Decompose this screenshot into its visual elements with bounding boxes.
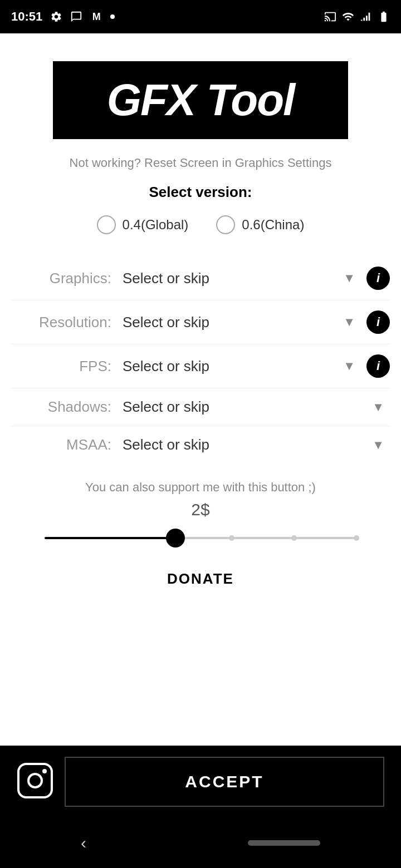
shadows-label: Shadows: <box>11 398 111 416</box>
version-china-option[interactable]: 0.6(China) <box>216 215 304 234</box>
msaa-arrow-icon: ▼ <box>372 438 384 452</box>
graphics-label: Graphics: <box>11 270 111 287</box>
version-china-radio[interactable] <box>216 215 235 234</box>
msaa-value: Select or skip <box>123 436 209 453</box>
shadows-value: Select or skip <box>123 398 209 416</box>
graphics-value: Select or skip <box>123 270 209 287</box>
accept-button[interactable]: ACCEPT <box>65 757 384 807</box>
bottom-action-bar: ACCEPT <box>0 746 401 818</box>
fps-info-button[interactable]: i <box>366 354 390 378</box>
fps-row: FPS: Select or skip ▼ i <box>11 344 390 388</box>
fps-value: Select or skip <box>123 358 209 375</box>
instagram-icon[interactable] <box>17 762 53 801</box>
nav-home-pill[interactable] <box>248 840 320 846</box>
slider-tick-2 <box>291 535 297 541</box>
slider-tick-3 <box>354 535 359 541</box>
msaa-label: MSAA: <box>11 436 111 453</box>
resolution-info-button[interactable]: i <box>366 310 390 334</box>
donate-slider-container[interactable] <box>45 528 356 548</box>
main-content: GFX Tool Not working? Reset Screen in Gr… <box>0 33 401 746</box>
svg-point-2 <box>42 769 47 773</box>
status-left: 10:51 M <box>11 9 115 24</box>
logo-banner: GFX Tool <box>53 61 348 139</box>
settings-icon <box>50 11 62 23</box>
msaa-dropdown[interactable]: Select or skip ▼ <box>117 436 390 453</box>
slider-thumb[interactable] <box>166 529 185 548</box>
resolution-value: Select or skip <box>123 314 209 331</box>
graphics-arrow-icon: ▼ <box>343 271 355 285</box>
wifi-icon <box>342 11 354 23</box>
status-time: 10:51 <box>11 9 42 24</box>
app-title: GFX Tool <box>86 78 315 122</box>
nav-back-button[interactable]: ‹ <box>81 834 86 852</box>
version-radio-group: 0.4(Global) 0.6(China) <box>97 215 305 234</box>
msaa-row: MSAA: Select or skip ▼ <box>11 426 390 463</box>
version-china-label: 0.6(China) <box>242 217 304 233</box>
resolution-label: Resolution: <box>11 314 111 331</box>
svg-point-1 <box>28 774 42 787</box>
slider-tick-1 <box>229 535 234 541</box>
version-global-radio[interactable] <box>97 215 116 234</box>
donate-amount: 2$ <box>191 500 209 519</box>
hint-text: Not working? Reset Screen in Graphics Se… <box>70 156 332 170</box>
fps-dropdown[interactable]: Select or skip ▼ <box>117 358 361 375</box>
gmail-icon: M <box>90 11 102 23</box>
shadows-arrow-icon: ▼ <box>372 400 384 415</box>
svg-rect-0 <box>18 764 52 797</box>
notification-dot <box>110 14 115 19</box>
graphics-row: Graphics: Select or skip ▼ i <box>11 257 390 300</box>
message-icon <box>70 11 82 23</box>
battery-icon <box>378 11 390 23</box>
graphics-dropdown[interactable]: Select or skip ▼ <box>117 270 361 287</box>
support-section: You can also support me with this button… <box>11 480 390 610</box>
support-text: You can also support me with this button… <box>85 480 316 495</box>
fps-label: FPS: <box>11 358 111 375</box>
resolution-arrow-icon: ▼ <box>343 315 355 329</box>
donate-button[interactable]: DONATE <box>150 565 251 593</box>
resolution-dropdown[interactable]: Select or skip ▼ <box>117 314 361 331</box>
settings-container: Graphics: Select or skip ▼ i Resolution:… <box>11 257 390 463</box>
cast-icon <box>324 11 336 23</box>
version-global-option[interactable]: 0.4(Global) <box>97 215 189 234</box>
shadows-row: Shadows: Select or skip ▼ <box>11 388 390 426</box>
status-bar: 10:51 M <box>0 0 401 33</box>
shadows-dropdown[interactable]: Select or skip ▼ <box>117 398 390 416</box>
signal-bars-icon <box>360 11 372 23</box>
fps-arrow-icon: ▼ <box>343 359 355 373</box>
status-right <box>324 11 390 23</box>
graphics-info-button[interactable]: i <box>366 267 390 290</box>
version-global-label: 0.4(Global) <box>123 217 189 233</box>
version-section-label: Select version: <box>149 184 252 201</box>
resolution-row: Resolution: Select or skip ▼ i <box>11 300 390 344</box>
nav-bar: ‹ <box>0 818 401 868</box>
slider-fill <box>45 537 175 539</box>
